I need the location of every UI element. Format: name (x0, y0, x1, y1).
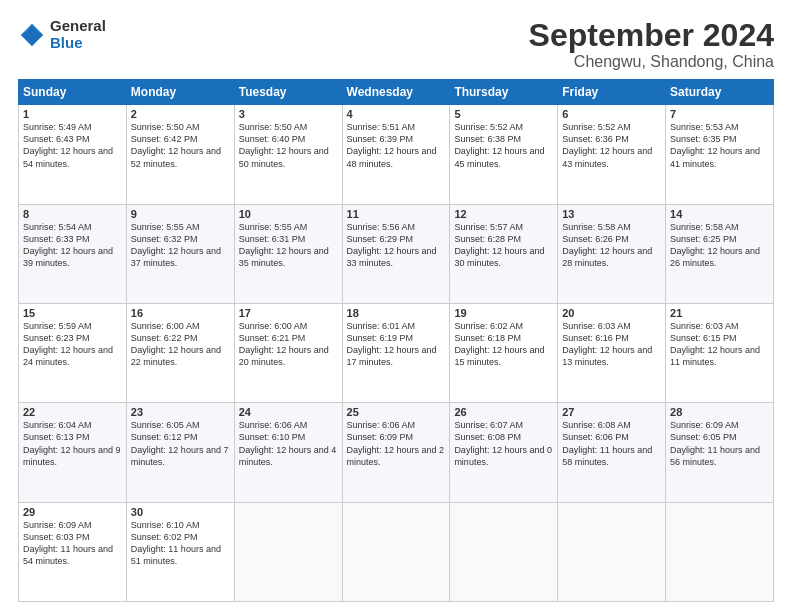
day-number: 21 (670, 307, 769, 319)
day-info: Sunrise: 5:54 AMSunset: 6:33 PMDaylight:… (23, 221, 122, 270)
day-number: 8 (23, 208, 122, 220)
location-subtitle: Chengwu, Shandong, China (529, 53, 774, 71)
day-number: 14 (670, 208, 769, 220)
calendar-cell: 15Sunrise: 5:59 AMSunset: 6:23 PMDayligh… (19, 303, 127, 402)
calendar-cell: 3Sunrise: 5:50 AMSunset: 6:40 PMDaylight… (234, 105, 342, 204)
svg-marker-0 (21, 23, 43, 45)
day-number: 3 (239, 108, 338, 120)
day-info: Sunrise: 5:58 AMSunset: 6:25 PMDaylight:… (670, 221, 769, 270)
day-number: 19 (454, 307, 553, 319)
day-info: Sunrise: 5:53 AMSunset: 6:35 PMDaylight:… (670, 121, 769, 170)
calendar-header-row: Sunday Monday Tuesday Wednesday Thursday… (19, 80, 774, 105)
day-number: 22 (23, 406, 122, 418)
calendar-cell (558, 502, 666, 601)
calendar-cell (234, 502, 342, 601)
calendar-cell: 10Sunrise: 5:55 AMSunset: 6:31 PMDayligh… (234, 204, 342, 303)
day-number: 9 (131, 208, 230, 220)
day-info: Sunrise: 6:04 AMSunset: 6:13 PMDaylight:… (23, 419, 122, 468)
calendar-cell (666, 502, 774, 601)
col-wednesday: Wednesday (342, 80, 450, 105)
calendar-cell (342, 502, 450, 601)
col-sunday: Sunday (19, 80, 127, 105)
day-info: Sunrise: 6:10 AMSunset: 6:02 PMDaylight:… (131, 519, 230, 568)
calendar-cell: 16Sunrise: 6:00 AMSunset: 6:22 PMDayligh… (126, 303, 234, 402)
day-info: Sunrise: 6:06 AMSunset: 6:10 PMDaylight:… (239, 419, 338, 468)
col-monday: Monday (126, 80, 234, 105)
calendar-cell: 28Sunrise: 6:09 AMSunset: 6:05 PMDayligh… (666, 403, 774, 502)
day-number: 29 (23, 506, 122, 518)
calendar-cell: 17Sunrise: 6:00 AMSunset: 6:21 PMDayligh… (234, 303, 342, 402)
day-number: 30 (131, 506, 230, 518)
calendar-cell: 26Sunrise: 6:07 AMSunset: 6:08 PMDayligh… (450, 403, 558, 502)
calendar-cell: 29Sunrise: 6:09 AMSunset: 6:03 PMDayligh… (19, 502, 127, 601)
page: General Blue September 2024 Chengwu, Sha… (0, 0, 792, 612)
calendar-cell: 4Sunrise: 5:51 AMSunset: 6:39 PMDaylight… (342, 105, 450, 204)
day-number: 18 (347, 307, 446, 319)
calendar-table: Sunday Monday Tuesday Wednesday Thursday… (18, 79, 774, 602)
day-number: 16 (131, 307, 230, 319)
day-number: 15 (23, 307, 122, 319)
calendar-cell: 9Sunrise: 5:55 AMSunset: 6:32 PMDaylight… (126, 204, 234, 303)
day-info: Sunrise: 5:51 AMSunset: 6:39 PMDaylight:… (347, 121, 446, 170)
calendar-cell: 6Sunrise: 5:52 AMSunset: 6:36 PMDaylight… (558, 105, 666, 204)
title-block: September 2024 Chengwu, Shandong, China (529, 18, 774, 71)
day-info: Sunrise: 5:56 AMSunset: 6:29 PMDaylight:… (347, 221, 446, 270)
calendar-week-row: 29Sunrise: 6:09 AMSunset: 6:03 PMDayligh… (19, 502, 774, 601)
logo: General Blue (18, 18, 106, 51)
logo-icon (18, 21, 46, 49)
col-tuesday: Tuesday (234, 80, 342, 105)
calendar-week-row: 1Sunrise: 5:49 AMSunset: 6:43 PMDaylight… (19, 105, 774, 204)
day-number: 7 (670, 108, 769, 120)
day-info: Sunrise: 6:00 AMSunset: 6:22 PMDaylight:… (131, 320, 230, 369)
day-info: Sunrise: 6:09 AMSunset: 6:03 PMDaylight:… (23, 519, 122, 568)
day-number: 10 (239, 208, 338, 220)
day-info: Sunrise: 5:52 AMSunset: 6:36 PMDaylight:… (562, 121, 661, 170)
day-number: 13 (562, 208, 661, 220)
calendar-cell: 12Sunrise: 5:57 AMSunset: 6:28 PMDayligh… (450, 204, 558, 303)
calendar-cell: 5Sunrise: 5:52 AMSunset: 6:38 PMDaylight… (450, 105, 558, 204)
logo-text: General Blue (50, 18, 106, 51)
calendar-cell: 20Sunrise: 6:03 AMSunset: 6:16 PMDayligh… (558, 303, 666, 402)
calendar-cell: 27Sunrise: 6:08 AMSunset: 6:06 PMDayligh… (558, 403, 666, 502)
day-info: Sunrise: 5:50 AMSunset: 6:42 PMDaylight:… (131, 121, 230, 170)
day-info: Sunrise: 5:50 AMSunset: 6:40 PMDaylight:… (239, 121, 338, 170)
day-info: Sunrise: 5:49 AMSunset: 6:43 PMDaylight:… (23, 121, 122, 170)
day-number: 4 (347, 108, 446, 120)
calendar-cell: 30Sunrise: 6:10 AMSunset: 6:02 PMDayligh… (126, 502, 234, 601)
logo-blue-text: Blue (50, 35, 106, 52)
calendar-cell: 21Sunrise: 6:03 AMSunset: 6:15 PMDayligh… (666, 303, 774, 402)
calendar-cell: 1Sunrise: 5:49 AMSunset: 6:43 PMDaylight… (19, 105, 127, 204)
day-number: 5 (454, 108, 553, 120)
day-info: Sunrise: 6:09 AMSunset: 6:05 PMDaylight:… (670, 419, 769, 468)
day-info: Sunrise: 6:08 AMSunset: 6:06 PMDaylight:… (562, 419, 661, 468)
day-number: 1 (23, 108, 122, 120)
calendar-cell: 14Sunrise: 5:58 AMSunset: 6:25 PMDayligh… (666, 204, 774, 303)
day-number: 2 (131, 108, 230, 120)
logo-general-text: General (50, 18, 106, 35)
day-info: Sunrise: 6:06 AMSunset: 6:09 PMDaylight:… (347, 419, 446, 468)
calendar-cell: 7Sunrise: 5:53 AMSunset: 6:35 PMDaylight… (666, 105, 774, 204)
day-number: 24 (239, 406, 338, 418)
calendar-cell: 13Sunrise: 5:58 AMSunset: 6:26 PMDayligh… (558, 204, 666, 303)
calendar-cell (450, 502, 558, 601)
calendar-cell: 22Sunrise: 6:04 AMSunset: 6:13 PMDayligh… (19, 403, 127, 502)
day-info: Sunrise: 6:07 AMSunset: 6:08 PMDaylight:… (454, 419, 553, 468)
calendar-cell: 11Sunrise: 5:56 AMSunset: 6:29 PMDayligh… (342, 204, 450, 303)
calendar-week-row: 22Sunrise: 6:04 AMSunset: 6:13 PMDayligh… (19, 403, 774, 502)
calendar-cell: 18Sunrise: 6:01 AMSunset: 6:19 PMDayligh… (342, 303, 450, 402)
day-info: Sunrise: 6:02 AMSunset: 6:18 PMDaylight:… (454, 320, 553, 369)
day-info: Sunrise: 6:01 AMSunset: 6:19 PMDaylight:… (347, 320, 446, 369)
col-saturday: Saturday (666, 80, 774, 105)
day-number: 28 (670, 406, 769, 418)
day-number: 6 (562, 108, 661, 120)
col-friday: Friday (558, 80, 666, 105)
header: General Blue September 2024 Chengwu, Sha… (18, 18, 774, 71)
calendar-cell: 8Sunrise: 5:54 AMSunset: 6:33 PMDaylight… (19, 204, 127, 303)
day-number: 23 (131, 406, 230, 418)
calendar-cell: 2Sunrise: 5:50 AMSunset: 6:42 PMDaylight… (126, 105, 234, 204)
day-info: Sunrise: 6:00 AMSunset: 6:21 PMDaylight:… (239, 320, 338, 369)
day-info: Sunrise: 6:05 AMSunset: 6:12 PMDaylight:… (131, 419, 230, 468)
day-number: 11 (347, 208, 446, 220)
day-number: 26 (454, 406, 553, 418)
day-info: Sunrise: 6:03 AMSunset: 6:16 PMDaylight:… (562, 320, 661, 369)
